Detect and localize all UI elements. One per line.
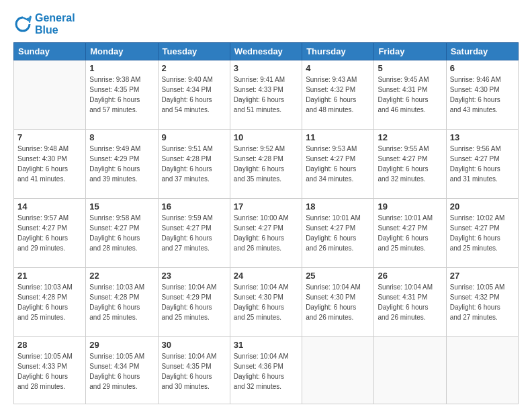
day-number: 31	[234, 340, 298, 350]
calendar-cell: 19Sunrise: 10:01 AM Sunset: 4:27 PM Dayl…	[374, 198, 446, 267]
calendar-cell: 6Sunrise: 9:46 AM Sunset: 4:30 PM Daylig…	[446, 60, 518, 130]
day-info: Sunrise: 9:57 AM Sunset: 4:27 PM Dayligh…	[17, 213, 82, 253]
day-number: 16	[162, 201, 226, 212]
calendar-cell: 1Sunrise: 9:38 AM Sunset: 4:35 PM Daylig…	[86, 60, 158, 130]
calendar-cell: 31Sunrise: 10:04 AM Sunset: 4:36 PM Dayl…	[230, 336, 302, 404]
calendar-cell: 20Sunrise: 10:02 AM Sunset: 4:27 PM Dayl…	[446, 198, 518, 267]
calendar-cell: 5Sunrise: 9:45 AM Sunset: 4:31 PM Daylig…	[374, 60, 446, 130]
day-number: 6	[450, 63, 515, 73]
calendar-cell: 2Sunrise: 9:40 AM Sunset: 4:34 PM Daylig…	[158, 60, 230, 130]
day-info: Sunrise: 9:45 AM Sunset: 4:31 PM Dayligh…	[378, 75, 442, 115]
day-number: 14	[17, 201, 82, 212]
day-info: Sunrise: 9:48 AM Sunset: 4:30 PM Dayligh…	[17, 144, 82, 184]
day-number: 23	[162, 271, 226, 281]
calendar-cell: 11Sunrise: 9:53 AM Sunset: 4:27 PM Dayli…	[302, 130, 374, 199]
calendar-cell: 17Sunrise: 10:00 AM Sunset: 4:27 PM Dayl…	[230, 198, 302, 267]
day-info: Sunrise: 10:03 AM Sunset: 4:28 PM Daylig…	[89, 282, 154, 322]
week-row-3: 21Sunrise: 10:03 AM Sunset: 4:28 PM Dayl…	[14, 267, 519, 336]
calendar-cell: 13Sunrise: 9:56 AM Sunset: 4:27 PM Dayli…	[446, 130, 518, 199]
day-number: 11	[306, 132, 370, 142]
day-number: 12	[378, 132, 442, 142]
day-info: Sunrise: 9:49 AM Sunset: 4:29 PM Dayligh…	[89, 144, 154, 184]
calendar-cell: 3Sunrise: 9:41 AM Sunset: 4:33 PM Daylig…	[230, 60, 302, 130]
day-info: Sunrise: 9:46 AM Sunset: 4:30 PM Dayligh…	[450, 75, 515, 115]
day-number: 21	[17, 271, 82, 281]
calendar-cell: 15Sunrise: 9:58 AM Sunset: 4:27 PM Dayli…	[86, 198, 158, 267]
day-info: Sunrise: 9:40 AM Sunset: 4:34 PM Dayligh…	[162, 75, 226, 115]
day-info: Sunrise: 10:05 AM Sunset: 4:33 PM Daylig…	[17, 351, 82, 392]
calendar-cell: 7Sunrise: 9:48 AM Sunset: 4:30 PM Daylig…	[14, 130, 86, 199]
day-info: Sunrise: 10:04 AM Sunset: 4:30 PM Daylig…	[234, 282, 298, 322]
weekday-header-row: SundayMondayTuesdayWednesdayThursdayFrid…	[14, 43, 519, 60]
day-number: 20	[450, 201, 515, 212]
calendar-cell	[302, 336, 374, 404]
week-row-2: 14Sunrise: 9:57 AM Sunset: 4:27 PM Dayli…	[14, 198, 519, 267]
calendar-cell: 22Sunrise: 10:03 AM Sunset: 4:28 PM Dayl…	[86, 267, 158, 336]
day-number: 18	[306, 201, 370, 212]
day-info: Sunrise: 9:55 AM Sunset: 4:27 PM Dayligh…	[378, 144, 442, 184]
calendar-cell: 30Sunrise: 10:04 AM Sunset: 4:35 PM Dayl…	[158, 336, 230, 404]
week-row-1: 7Sunrise: 9:48 AM Sunset: 4:30 PM Daylig…	[14, 130, 519, 199]
weekday-header-thursday: Thursday	[302, 43, 374, 60]
week-row-4: 28Sunrise: 10:05 AM Sunset: 4:33 PM Dayl…	[14, 336, 519, 404]
day-number: 13	[450, 132, 515, 142]
weekday-header-monday: Monday	[86, 43, 158, 60]
day-number: 19	[378, 201, 442, 212]
calendar-table: SundayMondayTuesdayWednesdayThursdayFrid…	[13, 42, 519, 404]
calendar-cell	[374, 336, 446, 404]
page: General Blue SundayMondayTuesdayWednesda…	[0, 0, 532, 411]
day-info: Sunrise: 9:41 AM Sunset: 4:33 PM Dayligh…	[234, 75, 298, 115]
calendar-cell: 8Sunrise: 9:49 AM Sunset: 4:29 PM Daylig…	[86, 130, 158, 199]
logo: General Blue	[13, 12, 75, 36]
calendar-cell: 18Sunrise: 10:01 AM Sunset: 4:27 PM Dayl…	[302, 198, 374, 267]
weekday-header-saturday: Saturday	[446, 43, 518, 60]
calendar-cell: 4Sunrise: 9:43 AM Sunset: 4:32 PM Daylig…	[302, 60, 374, 130]
day-info: Sunrise: 9:53 AM Sunset: 4:27 PM Dayligh…	[306, 144, 370, 184]
calendar-cell: 23Sunrise: 10:04 AM Sunset: 4:29 PM Dayl…	[158, 267, 230, 336]
weekday-header-friday: Friday	[374, 43, 446, 60]
day-number: 27	[450, 271, 515, 281]
day-number: 30	[162, 340, 226, 350]
day-number: 5	[378, 63, 442, 73]
calendar-cell: 29Sunrise: 10:05 AM Sunset: 4:34 PM Dayl…	[86, 336, 158, 404]
day-number: 1	[89, 63, 154, 73]
calendar-cell: 9Sunrise: 9:51 AM Sunset: 4:28 PM Daylig…	[158, 130, 230, 199]
calendar-cell	[14, 60, 86, 130]
day-info: Sunrise: 9:52 AM Sunset: 4:28 PM Dayligh…	[234, 144, 298, 184]
day-number: 8	[89, 132, 154, 142]
day-info: Sunrise: 9:59 AM Sunset: 4:27 PM Dayligh…	[162, 213, 226, 253]
day-number: 29	[89, 340, 154, 350]
day-info: Sunrise: 9:58 AM Sunset: 4:27 PM Dayligh…	[89, 213, 154, 253]
day-number: 22	[89, 271, 154, 281]
day-info: Sunrise: 9:38 AM Sunset: 4:35 PM Dayligh…	[89, 75, 154, 115]
day-number: 9	[162, 132, 226, 142]
day-info: Sunrise: 10:04 AM Sunset: 4:29 PM Daylig…	[162, 282, 226, 322]
calendar-cell: 12Sunrise: 9:55 AM Sunset: 4:27 PM Dayli…	[374, 130, 446, 199]
calendar-cell: 10Sunrise: 9:52 AM Sunset: 4:28 PM Dayli…	[230, 130, 302, 199]
day-info: Sunrise: 10:01 AM Sunset: 4:27 PM Daylig…	[306, 213, 370, 253]
day-info: Sunrise: 10:04 AM Sunset: 4:31 PM Daylig…	[378, 282, 442, 322]
day-number: 25	[306, 271, 370, 281]
calendar-cell	[446, 336, 518, 404]
calendar-cell: 24Sunrise: 10:04 AM Sunset: 4:30 PM Dayl…	[230, 267, 302, 336]
day-info: Sunrise: 10:05 AM Sunset: 4:32 PM Daylig…	[450, 282, 515, 322]
logo-icon	[13, 15, 32, 34]
day-info: Sunrise: 10:00 AM Sunset: 4:27 PM Daylig…	[234, 213, 298, 253]
day-number: 28	[17, 340, 82, 350]
header: General Blue	[13, 12, 519, 36]
day-info: Sunrise: 9:56 AM Sunset: 4:27 PM Dayligh…	[450, 144, 515, 184]
calendar-cell: 28Sunrise: 10:05 AM Sunset: 4:33 PM Dayl…	[14, 336, 86, 404]
weekday-header-tuesday: Tuesday	[158, 43, 230, 60]
day-number: 4	[306, 63, 370, 73]
day-number: 2	[162, 63, 226, 73]
day-number: 10	[234, 132, 298, 142]
day-info: Sunrise: 10:04 AM Sunset: 4:35 PM Daylig…	[162, 351, 226, 392]
weekday-header-wednesday: Wednesday	[230, 43, 302, 60]
day-info: Sunrise: 10:02 AM Sunset: 4:27 PM Daylig…	[450, 213, 515, 253]
day-info: Sunrise: 10:04 AM Sunset: 4:36 PM Daylig…	[234, 351, 298, 392]
calendar-cell: 26Sunrise: 10:04 AM Sunset: 4:31 PM Dayl…	[374, 267, 446, 336]
day-number: 17	[234, 201, 298, 212]
calendar-cell: 21Sunrise: 10:03 AM Sunset: 4:28 PM Dayl…	[14, 267, 86, 336]
day-info: Sunrise: 9:43 AM Sunset: 4:32 PM Dayligh…	[306, 75, 370, 115]
calendar-cell: 14Sunrise: 9:57 AM Sunset: 4:27 PM Dayli…	[14, 198, 86, 267]
